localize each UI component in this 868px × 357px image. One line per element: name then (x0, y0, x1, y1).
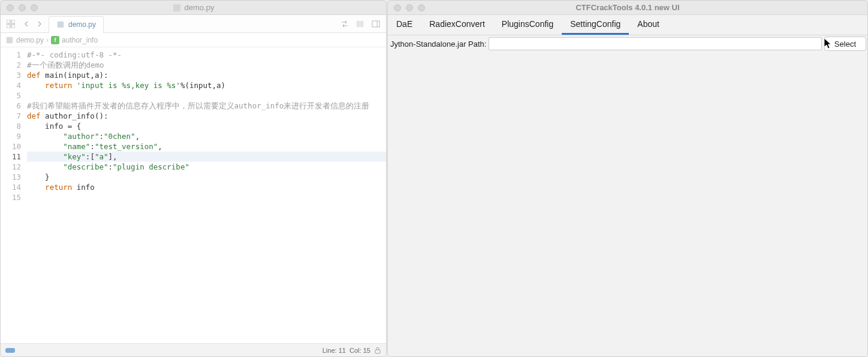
columns-icon[interactable] (354, 17, 367, 31)
code-line[interactable] (27, 90, 386, 101)
lock-icon[interactable] (374, 347, 381, 354)
editor-toolbar: demo.py (1, 15, 386, 33)
line-number: 11 (1, 152, 21, 162)
code-line[interactable]: "name":"test_version", (27, 141, 386, 152)
progress-indicator (5, 348, 15, 353)
code-area[interactable]: #-*- coding:utf-8 -*-#一个函数调用的demodef mai… (27, 47, 386, 343)
tab-bar: DaERadiexConvertPluginsConfigSettingConf… (388, 15, 867, 35)
line-number: 5 (1, 90, 21, 101)
code-line[interactable]: return 'input is %s,key is %s'%(input,a) (27, 80, 386, 90)
traffic-lights (1, 4, 38, 11)
tab-dae[interactable]: DaE (388, 14, 421, 35)
tab-radiexconvert[interactable]: RadiexConvert (421, 14, 493, 35)
code-line[interactable]: return info (27, 182, 386, 192)
svg-rect-3 (7, 25, 10, 28)
svg-rect-1 (7, 20, 10, 23)
line-number: 9 (1, 131, 21, 141)
panel-icon[interactable] (369, 17, 382, 31)
ctfcracktools-window: CTFCrackTools 4.0.1 new UI DaERadiexConv… (387, 0, 868, 357)
line-number: 1 (1, 50, 21, 60)
code-editor[interactable]: 123456789101112131415 #-*- coding:utf-8 … (1, 47, 386, 343)
line-number: 6 (1, 101, 21, 111)
editor-tab[interactable]: demo.py (49, 16, 104, 33)
line-number: 15 (1, 192, 21, 202)
jython-path-input[interactable] (489, 37, 821, 50)
editor-tab-label: demo.py (68, 20, 96, 29)
svg-rect-5 (58, 22, 64, 28)
chevron-right-icon: › (46, 36, 49, 44)
status-col-value: 15 (363, 347, 370, 354)
path-label: Jython-Standalone.jar Path: (389, 40, 486, 49)
ide-window: demo.py demo.py (0, 0, 387, 357)
traffic-minimize[interactable] (19, 4, 26, 11)
code-line[interactable]: #一个函数调用的demo (27, 60, 386, 70)
code-line[interactable]: def author_info(): (27, 111, 386, 121)
traffic-zoom[interactable] (418, 4, 425, 11)
svg-rect-4 (11, 25, 15, 28)
select-button[interactable]: Select (824, 37, 866, 51)
line-number: 2 (1, 60, 21, 70)
line-number: 4 (1, 80, 21, 90)
breadcrumb: demo.py › f author_info (1, 33, 386, 47)
code-line[interactable] (27, 192, 386, 202)
status-bar: Line: 11 Col: 15 (1, 343, 386, 356)
line-gutter: 123456789101112131415 (1, 47, 27, 343)
titlebar-right: CTFCrackTools 4.0.1 new UI (388, 1, 867, 15)
settings-panel: Jython-Standalone.jar Path: Select (388, 35, 867, 356)
line-number: 3 (1, 70, 21, 80)
svg-rect-10 (372, 21, 379, 27)
nav-forward-icon[interactable] (33, 17, 46, 31)
svg-rect-13 (375, 350, 380, 353)
grid-icon[interactable] (4, 17, 17, 31)
titlebar-left: demo.py (1, 1, 386, 15)
tab-settingconfig[interactable]: SettingConfig (562, 14, 629, 35)
python-file-icon (5, 36, 14, 44)
line-number: 7 (1, 111, 21, 121)
window-title: CTFCrackTools 4.0.1 new UI (575, 3, 679, 12)
window-title: demo.py (185, 3, 215, 12)
status-line-value: 11 (339, 347, 346, 354)
function-icon: f (51, 36, 59, 44)
code-line[interactable]: #我们希望能将插件开发者的信息存入程序中，所以需要定义author_info来进… (27, 101, 386, 111)
nav-back-icon[interactable] (20, 17, 33, 31)
tab-about[interactable]: About (629, 14, 668, 35)
line-number: 10 (1, 141, 21, 152)
svg-rect-12 (7, 37, 13, 43)
code-line[interactable]: "key":["a"], (27, 152, 386, 162)
code-line[interactable]: "describe":"plugin describe" (27, 162, 386, 172)
traffic-zoom[interactable] (31, 4, 38, 11)
line-number: 8 (1, 121, 21, 131)
status-col-label: Col: (349, 347, 361, 354)
line-number: 13 (1, 172, 21, 182)
sync-icon[interactable] (338, 17, 351, 31)
code-line[interactable]: def main(input,a): (27, 70, 386, 80)
traffic-minimize[interactable] (406, 4, 413, 11)
code-line[interactable]: info = { (27, 121, 386, 131)
tab-pluginsconfig[interactable]: PluginsConfig (493, 14, 562, 35)
code-line[interactable]: } (27, 172, 386, 182)
python-file-icon (56, 20, 65, 29)
python-file-icon (173, 4, 181, 12)
traffic-close[interactable] (394, 4, 401, 11)
svg-rect-0 (173, 4, 180, 11)
path-row: Jython-Standalone.jar Path: Select (388, 35, 867, 52)
code-line[interactable]: "author":"0chen", (27, 131, 386, 141)
line-number: 12 (1, 162, 21, 172)
svg-rect-2 (11, 20, 15, 23)
code-line[interactable]: #-*- coding:utf-8 -*- (27, 50, 386, 60)
traffic-lights (388, 4, 425, 11)
breadcrumb-file[interactable]: demo.py (16, 36, 44, 44)
status-line-label: Line: (323, 347, 337, 354)
line-number: 14 (1, 182, 21, 192)
breadcrumb-symbol[interactable]: author_info (62, 36, 98, 44)
traffic-close[interactable] (7, 4, 14, 11)
